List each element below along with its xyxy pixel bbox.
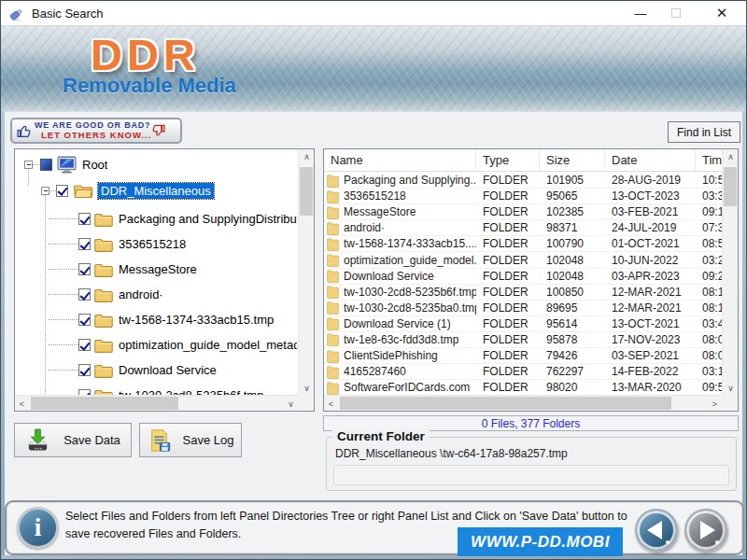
scroll-up-icon[interactable]: ∧ bbox=[723, 149, 739, 163]
column-header-size[interactable]: Size bbox=[540, 149, 605, 171]
tree-item[interactable]: android· bbox=[49, 282, 297, 307]
tree-item[interactable]: tw-1568-1374-333acb15.tmp bbox=[49, 307, 297, 332]
save-log-icon bbox=[148, 428, 172, 453]
folder-icon bbox=[327, 174, 339, 188]
table-row[interactable]: tw-1568-1374-333acb15....FOLDER10079001-… bbox=[324, 236, 722, 252]
cell-time: 08:07 bbox=[696, 333, 722, 346]
scroll-down-icon[interactable]: ∨ bbox=[299, 381, 315, 395]
folder-icon bbox=[327, 221, 339, 235]
scrollbar-thumb[interactable] bbox=[724, 167, 737, 206]
scroll-left-icon[interactable]: < bbox=[15, 396, 29, 412]
minimize-button[interactable]: — bbox=[625, 1, 656, 25]
checkbox-checked[interactable] bbox=[78, 213, 91, 225]
window-title: Basic Search bbox=[32, 7, 104, 21]
checkbox-checked[interactable] bbox=[78, 314, 91, 326]
cell-time: 03:32 bbox=[696, 189, 722, 203]
checkbox-checked[interactable] bbox=[78, 288, 91, 301]
forward-button[interactable] bbox=[684, 509, 727, 552]
table-row[interactable]: Download Service (1)FOLDER9561413-OCT-20… bbox=[324, 316, 722, 332]
tree-item[interactable]: 3536515218 bbox=[49, 231, 297, 257]
table-row[interactable]: optimization_guide_model...FOLDER1020481… bbox=[324, 252, 722, 268]
checkbox-checked[interactable] bbox=[78, 339, 91, 351]
tree-item-root[interactable]: Root bbox=[24, 154, 107, 175]
column-header-name[interactable]: Name bbox=[324, 149, 476, 171]
save-data-button[interactable]: Save Data bbox=[14, 423, 132, 457]
folder-icon bbox=[94, 338, 113, 353]
cell-size: 102048 bbox=[540, 254, 605, 267]
tree-item[interactable]: Packaging and SupplyingDistribution bbox=[49, 206, 297, 231]
maximize-button[interactable] bbox=[660, 1, 692, 25]
tree-connector bbox=[49, 218, 78, 219]
column-header-date[interactable]: Date bbox=[605, 149, 696, 171]
tree-item[interactable]: MessageStore bbox=[49, 257, 297, 282]
scrollbar-thumb[interactable] bbox=[340, 397, 671, 410]
scrollbar-thumb[interactable] bbox=[31, 397, 178, 410]
table-row[interactable]: tw-1030-2cd8-5235b6f.tmpFOLDER10085012-M… bbox=[324, 285, 722, 301]
thumbs-down-icon bbox=[151, 123, 166, 138]
cell-time: 08:52 bbox=[696, 237, 722, 250]
table-row[interactable]: ClientSidePhishingFOLDER7942603-SEP-2021… bbox=[324, 348, 722, 364]
find-in-list-button[interactable]: Find in List bbox=[668, 121, 740, 143]
checkbox-checked[interactable] bbox=[78, 263, 91, 275]
list-horizontal-scrollbar[interactable]: < > bbox=[324, 395, 722, 411]
folder-icon bbox=[327, 349, 339, 363]
cell-type: FOLDER bbox=[476, 174, 540, 187]
save-log-button[interactable]: Save Log bbox=[139, 423, 242, 457]
footer-bar: i Select Files and Folders from left Pan… bbox=[5, 500, 744, 555]
website-banner[interactable]: WWW.P-DD.MOBI bbox=[458, 527, 623, 556]
scroll-up-icon[interactable]: ∧ bbox=[299, 149, 315, 163]
folder-icon bbox=[94, 363, 113, 378]
right-arrow-icon bbox=[700, 521, 715, 539]
back-button[interactable] bbox=[635, 509, 678, 552]
cell-type: FOLDER bbox=[476, 333, 540, 346]
checkbox-checked[interactable] bbox=[78, 364, 91, 376]
tree-item-label: 3536515218 bbox=[119, 237, 186, 251]
cell-size: 98020 bbox=[540, 381, 605, 394]
table-row[interactable]: tw-1030-2cd8-5235ba0.tmpFOLDER8969512-MA… bbox=[324, 301, 722, 316]
scrollbar-thumb[interactable] bbox=[300, 167, 313, 216]
table-row[interactable]: tw-1e8-63c-fdd3d8.tmpFOLDER9587817-NOV-2… bbox=[324, 332, 722, 348]
cell-type: FOLDER bbox=[476, 270, 540, 283]
collapse-toggle-icon[interactable] bbox=[24, 161, 33, 169]
table-row[interactable]: SoftwareForIDCards.comFOLDER9802013-MAR-… bbox=[324, 380, 722, 395]
scroll-left-icon[interactable]: < bbox=[324, 396, 338, 412]
cell-size: 95878 bbox=[540, 333, 605, 346]
window-frame-right bbox=[742, 111, 746, 559]
cell-date: 03-SEP-2021 bbox=[605, 349, 696, 362]
checkbox-checked[interactable] bbox=[78, 238, 91, 250]
cell-size: 95614 bbox=[540, 317, 605, 330]
table-row[interactable]: 3536515218FOLDER9506513-OCT-202303:32 bbox=[324, 189, 722, 204]
cell-size: 100790 bbox=[540, 237, 605, 250]
folder-icon bbox=[327, 301, 339, 315]
folder-icon bbox=[327, 365, 339, 379]
cell-name: 3536515218 bbox=[344, 189, 406, 203]
tree-horizontal-scrollbar[interactable]: < ∨ bbox=[15, 395, 298, 411]
cell-size: 102048 bbox=[540, 270, 605, 283]
tree-item-label: Download Service bbox=[119, 363, 217, 377]
feedback-badge[interactable]: WE ARE GOOD OR BAD? LET OTHERS KNOW... bbox=[10, 118, 182, 144]
window-frame-left bbox=[1, 111, 5, 559]
scroll-right-icon[interactable]: > bbox=[708, 396, 722, 412]
checkbox-root[interactable] bbox=[40, 159, 52, 171]
tree-item[interactable]: optimization_guide_model_metadat bbox=[49, 332, 297, 357]
table-row[interactable]: Packaging and Supplying...FOLDER10190528… bbox=[324, 173, 722, 189]
scroll-down-icon[interactable]: ∨ bbox=[723, 381, 739, 395]
tree-item-parent[interactable]: DDR_Miscellaneous bbox=[41, 180, 214, 201]
cell-name: Packaging and Supplying... bbox=[344, 174, 476, 187]
cell-date: 13-OCT-2021 bbox=[605, 317, 696, 330]
scroll-right-icon[interactable]: ∨ bbox=[284, 396, 298, 412]
folder-icon bbox=[327, 237, 339, 251]
column-header-type[interactable]: Type bbox=[476, 149, 540, 171]
save-data-label: Save Data bbox=[63, 433, 120, 447]
table-row[interactable]: Download ServiceFOLDER10204803-APR-20230… bbox=[324, 269, 722, 285]
list-vertical-scrollbar[interactable]: ∧ ∨ bbox=[722, 149, 738, 395]
collapse-toggle-icon[interactable] bbox=[41, 187, 49, 195]
table-row[interactable]: MessageStoreFOLDER10238503-FEB-202109:17 bbox=[324, 204, 722, 220]
folder-icon bbox=[327, 269, 339, 283]
tree-item[interactable]: Download Service bbox=[49, 357, 297, 383]
table-row[interactable]: 4165287460FOLDER76229714-FEB-202203:13 bbox=[324, 364, 722, 380]
table-row[interactable]: android·FOLDER9837124-JUL-201907:37 bbox=[324, 220, 722, 236]
tree-vertical-scrollbar[interactable]: ∧ ∨ bbox=[298, 149, 314, 395]
close-button[interactable]: ✕ bbox=[703, 1, 740, 25]
checkbox-checked[interactable] bbox=[56, 185, 68, 197]
